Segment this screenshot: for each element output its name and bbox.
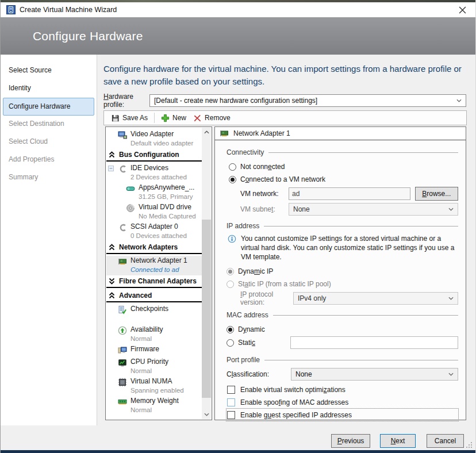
window-title: Create Virtual Machine Wizard (20, 6, 117, 14)
tree-item-label: IDE Devices (130, 163, 187, 173)
detail-header: Network Adapter 1 (215, 127, 466, 140)
mac-spoofing-checkbox[interactable]: Enable spoofing of MAC addresses (227, 396, 458, 408)
mac-static-radio[interactable]: Static (227, 336, 458, 350)
tree-item-ide-devices[interactable]: IDE Devices2 Devices attached (106, 163, 202, 183)
video-adapter-icon (118, 130, 127, 140)
tree-item-subtitle: Connected to ad (130, 266, 187, 274)
window-bottom-edge (1, 450, 475, 453)
guest-ip-checkbox[interactable]: Enable guest specified IP addresses (227, 409, 458, 421)
tree-item-cpu-priority[interactable]: CPU PriorityNormal (106, 357, 202, 377)
tree-item-memory-weight[interactable]: Memory WeightNormal (106, 396, 202, 416)
mac-static-input[interactable] (290, 336, 458, 349)
sidebar-item-configure-hardware[interactable]: Configure Hardware (3, 98, 94, 116)
network-adapter-icon (118, 257, 127, 266)
expand-chevrons-icon (109, 244, 115, 251)
sidebar-item-identity[interactable]: Identity (1, 80, 97, 98)
tree-item-virtual-dvd-drive[interactable]: Virtual DVD driveNo Media Captured (106, 202, 202, 222)
radio-icon (229, 176, 236, 183)
next-button[interactable]: Next (380, 434, 416, 448)
ip-protocol-select: IPv4 only (293, 292, 458, 305)
checkpoints-icon (118, 305, 127, 314)
checkbox-icon (227, 386, 235, 394)
tree-item-appsanywhere[interactable]: AppsAnywhere_...31.25 GB, Primary (106, 183, 202, 202)
tree-scrollbar[interactable] (202, 128, 211, 419)
tree-section-network-adapters[interactable]: Network Adapters (106, 241, 202, 254)
static-ip-radio: Static IP (from a static IP pool) (227, 278, 458, 290)
tree-item-label: Network Adapter 1 (130, 256, 187, 266)
tree-item-subtitle: Default video adapter (130, 139, 193, 148)
tree-item-firmware[interactable]: Firmware (106, 344, 202, 357)
virtual-numa-icon (118, 378, 127, 387)
tree-item-availability[interactable]: AvailabilityNormal (106, 325, 202, 344)
connected-label: Connected to a VM network (240, 175, 325, 183)
scroll-up-icon[interactable] (202, 128, 211, 137)
ip-settings-notice: You cannot customize IP settings for a s… (227, 234, 458, 262)
not-connected-radio[interactable]: Not connected (227, 160, 458, 173)
cancel-button[interactable]: Cancel (427, 434, 464, 448)
mac-dynamic-label: Dynamic (238, 325, 265, 333)
tree-item-scsi-adapter-0[interactable]: SCSI Adapter 00 Devices attached (106, 222, 202, 241)
sidebar-item-select-source[interactable]: Select Source (1, 62, 97, 80)
tree-item-label: Checkpoints (130, 304, 168, 314)
classification-select[interactable]: None (291, 368, 458, 381)
chevron-down-icon (448, 297, 454, 300)
page-description: Configure hardware for the virtual machi… (103, 63, 468, 88)
profile-toolbar: Save As New Remove (103, 110, 467, 125)
tree-item-network-adapter-1[interactable]: Network Adapter 1Connected to ad (106, 256, 202, 275)
port-profile-group-label: Port profile (227, 355, 458, 365)
save-as-button[interactable]: Save As (108, 112, 151, 124)
tree-expander-icon[interactable] (108, 166, 114, 171)
info-icon (228, 235, 236, 243)
vm-network-input[interactable]: ad (289, 187, 410, 200)
new-label: New (172, 114, 186, 122)
adapter-detail-panel: Network Adapter 1 Connectivity Not conne… (214, 126, 466, 420)
close-icon[interactable] (455, 3, 470, 16)
scroll-down-icon[interactable] (202, 410, 211, 419)
remove-button[interactable]: Remove (190, 112, 234, 124)
tree-item-subtitle: Normal (130, 406, 179, 414)
expand-chevrons-icon (109, 292, 115, 299)
tree-item-label: Availability (130, 325, 163, 335)
plus-icon (161, 114, 170, 122)
collapse-chevrons-icon (109, 278, 115, 285)
notice-text: You cannot customize IP settings for a s… (241, 234, 458, 262)
hardware-tree: Video AdapterDefault video adapterBus Co… (106, 128, 202, 419)
tree-section-advanced[interactable]: Advanced (106, 290, 202, 302)
vm-subnet-label: VM subnet: (240, 205, 289, 213)
tree-item-virtual-numa[interactable]: Virtual NUMASpanning enabled (106, 377, 202, 396)
tree-item-video-adapter[interactable]: Video AdapterDefault video adapter (106, 129, 202, 149)
tree-item-checkpoints[interactable]: Checkpoints (106, 304, 202, 317)
previous-button[interactable]: Previous (331, 434, 370, 448)
browse-button[interactable]: Browse... (415, 187, 458, 201)
new-button[interactable]: New (158, 112, 190, 124)
tree-item-label: Video Adapter (130, 129, 193, 139)
sidebar-item-select-cloud: Select Cloud (1, 133, 97, 151)
tree-section-fibre-channel-adapters[interactable]: Fibre Channel Adapters (106, 275, 202, 288)
dvd-drive-icon (126, 204, 135, 213)
tree-item-subtitle: Spanning enabled (130, 386, 184, 395)
tree-section-bus-configuration[interactable]: Bus Configuration (106, 149, 202, 162)
tree-item-label: CPU Priority (130, 357, 168, 367)
chevron-down-icon (456, 99, 462, 102)
tree-item-label: SCSI Adapter 0 (130, 222, 187, 232)
scrollbar-thumb[interactable] (202, 220, 211, 398)
radio-icon (227, 326, 234, 333)
titlebar: Create Virtual Machine Wizard (1, 2, 475, 17)
mac-address-group-label: MAC address (227, 310, 458, 320)
mac-dynamic-radio[interactable]: Dynamic (227, 323, 458, 336)
connected-vm-network-radio[interactable]: Connected to a VM network (227, 173, 458, 186)
vm-network-label: VM network: (240, 190, 289, 198)
radio-icon (227, 339, 234, 347)
hardware-profile-select[interactable]: [Default - create new hardware configura… (149, 94, 466, 107)
save-icon (111, 114, 120, 122)
checkbox-icon (227, 398, 235, 406)
virtual-switch-optimizations-checkbox[interactable]: Enable virtual switch optimizations (227, 383, 458, 396)
remove-x-icon (193, 114, 202, 122)
resize-grip[interactable] (466, 442, 473, 448)
ide-connector-icon (118, 223, 127, 232)
tree-item-subtitle: Normal (130, 367, 168, 375)
hardware-profile-label: Hardware profile: (103, 93, 149, 109)
expand-chevrons-icon (109, 151, 115, 158)
memory-weight-icon (118, 397, 127, 406)
hard-disk-icon (126, 184, 135, 193)
